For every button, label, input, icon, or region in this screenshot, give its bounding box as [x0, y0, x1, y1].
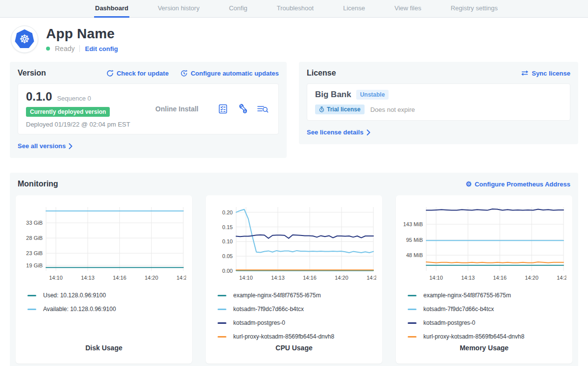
chart-title: Disk Usage — [16, 344, 192, 352]
svg-text:14:10: 14:10 — [429, 275, 443, 281]
status-text: Ready — [55, 45, 74, 52]
legend-item: kotsadm-postgres-0 — [218, 316, 376, 330]
top-nav: DashboardVersion historyConfigTroublesho… — [0, 0, 588, 18]
svg-text:14:13: 14:13 — [81, 275, 95, 281]
svg-text:0.00: 0.00 — [222, 268, 233, 274]
charts-row: 33 GiB28 GiB23 GiB19 GiB14:1014:1314:161… — [16, 195, 572, 364]
tab-troubleshoot[interactable]: Troubleshoot — [276, 0, 315, 18]
legend-item: example-nginx-54f8f76755-l675m — [408, 288, 566, 302]
disk-usage-chart: 33 GiB28 GiB23 GiB19 GiB14:1014:1314:161… — [22, 202, 186, 286]
tab-dashboard[interactable]: Dashboard — [94, 0, 129, 18]
svg-text:14:20: 14:20 — [145, 275, 158, 281]
stopwatch-icon — [319, 106, 324, 112]
configure-automatic-updates-link[interactable]: Configure automatic updates — [180, 70, 279, 77]
gear-icon: ⚙ — [466, 181, 472, 187]
svg-text:14:13: 14:13 — [461, 275, 475, 281]
license-panel: Big Bank Unstable Trial license Does not… — [307, 83, 570, 121]
chart-title: CPU Usage — [206, 344, 382, 352]
svg-text:95 MiB: 95 MiB — [406, 237, 423, 243]
svg-text:14:16: 14:16 — [113, 275, 126, 281]
see-all-versions-link[interactable]: See all versions — [18, 142, 73, 150]
svg-text:14:20: 14:20 — [525, 275, 539, 281]
svg-text:19 GiB: 19 GiB — [26, 262, 43, 268]
svg-text:0.10: 0.10 — [222, 238, 233, 244]
disk-usage-chart-card: 33 GiB28 GiB23 GiB19 GiB14:1014:1314:161… — [16, 195, 192, 364]
legend-swatch-icon — [218, 322, 226, 324]
memory-usage-chart-card: 143 MiB95 MiB48 MiB14:1014:1314:1614:201… — [396, 195, 572, 364]
legend-swatch-icon — [27, 309, 36, 310]
legend-item: kotsadm-7f9dc7d66c-b4tcx — [218, 302, 376, 316]
svg-text:28 GiB: 28 GiB — [26, 235, 43, 241]
sync-license-link[interactable]: Sync license — [521, 70, 570, 77]
legend-swatch-icon — [408, 322, 416, 324]
check-for-update-link[interactable]: Check for update — [106, 70, 169, 77]
chevron-right-icon — [367, 130, 370, 135]
license-card: License Sync license Big Bank Unstable — [299, 62, 578, 144]
legend-item: kurl-proxy-kotsadm-8569fb6454-dnvh8 — [218, 330, 376, 343]
svg-text:143 MiB: 143 MiB — [403, 221, 423, 227]
ship-wheel-icon: ☸ — [19, 33, 30, 45]
see-license-details-link[interactable]: See license details — [307, 129, 370, 136]
deployed-version-panel: 0.1.0 Sequence 0 Currently deployed vers… — [18, 83, 279, 134]
version-card-title: Version — [18, 69, 46, 78]
svg-text:0.20: 0.20 — [222, 209, 233, 215]
tab-license[interactable]: License — [342, 0, 366, 18]
license-card-title: License — [307, 69, 336, 78]
configure-prometheus-link[interactable]: ⚙ Configure Prometheus Address — [466, 181, 570, 188]
tab-view-files[interactable]: View files — [393, 0, 422, 18]
svg-text:23 GiB: 23 GiB — [26, 250, 43, 256]
memory-usage-chart: 143 MiB95 MiB48 MiB14:1014:1314:1614:201… — [402, 202, 566, 286]
divider — [79, 45, 80, 52]
tab-version-history[interactable]: Version history — [157, 0, 200, 18]
legend-item: kotsadm-postgres-0 — [408, 316, 566, 330]
legend-swatch-icon — [408, 295, 416, 296]
cpu-usage-chart: 0.200.150.100.050.0014:1014:1314:1614:20… — [212, 202, 376, 286]
svg-text:14:16: 14:16 — [303, 275, 317, 281]
app-header: ☸ App Name Ready Edit config — [0, 18, 588, 60]
page-title: App Name — [46, 26, 118, 42]
customer-name: Big Bank — [315, 90, 351, 100]
svg-text:14:23: 14:23 — [367, 275, 376, 281]
cpu-usage-chart-card: 0.200.150.100.050.0014:1014:1314:1614:20… — [206, 195, 382, 364]
app-icon: ☸ — [11, 26, 38, 53]
tab-config[interactable]: Config — [228, 0, 248, 18]
monitoring-section: Monitoring ⚙ Configure Prometheus Addres… — [10, 173, 578, 366]
chart-title: Memory Usage — [396, 344, 572, 352]
svg-text:0.15: 0.15 — [222, 224, 233, 230]
edit-config-link[interactable]: Edit config — [85, 45, 118, 52]
sync-icon — [521, 70, 529, 77]
svg-text:14:23: 14:23 — [557, 275, 566, 281]
status-dot-icon — [46, 47, 50, 51]
sequence-label: Sequence 0 — [57, 95, 91, 102]
svg-text:48 MiB: 48 MiB — [406, 252, 423, 258]
deployed-timestamp: Deployed 01/19/22 @ 02:04 pm EST — [26, 121, 136, 128]
deployed-badge: Currently deployed version — [26, 107, 110, 117]
legend-swatch-icon — [218, 309, 226, 310]
svg-text:0.05: 0.05 — [222, 253, 233, 259]
view-logs-icon[interactable] — [257, 104, 269, 114]
version-number: 0.1.0 — [26, 90, 52, 104]
license-expiry: Does not expire — [370, 106, 415, 113]
preflight-checks-icon[interactable] — [218, 104, 228, 114]
legend-swatch-icon — [408, 309, 416, 310]
svg-text:14:10: 14:10 — [239, 275, 253, 281]
svg-text:14:23: 14:23 — [176, 275, 186, 281]
version-card: Version Check for update Configure au — [10, 62, 287, 158]
nav-tabs: DashboardVersion historyConfigTroublesho… — [94, 0, 499, 17]
svg-text:33 GiB: 33 GiB — [26, 220, 43, 226]
legend-item: kurl-proxy-kotsadm-8569fb6454-dnvh8 — [408, 330, 566, 343]
memory-usage-legend: example-nginx-54f8f76755-l675mkotsadm-7f… — [402, 288, 566, 343]
svg-text:14:13: 14:13 — [271, 275, 285, 281]
legend-item: kotsadm-7f9dc7d66c-b4tcx — [408, 302, 566, 316]
tab-registry-settings[interactable]: Registry settings — [450, 0, 499, 18]
chevron-right-icon — [69, 143, 73, 149]
legend-swatch-icon — [218, 295, 226, 296]
legend-item: Available: 10.128.0.96:9100 — [27, 302, 186, 316]
refresh-icon — [106, 70, 114, 77]
monitoring-title: Monitoring — [18, 180, 58, 188]
legend-swatch-icon — [27, 295, 36, 296]
edit-config-gear-icon[interactable] — [237, 104, 248, 114]
svg-text:14:20: 14:20 — [335, 275, 348, 281]
clock-refresh-icon — [180, 70, 188, 77]
legend-item: Used: 10.128.0.96:9100 — [27, 288, 186, 302]
